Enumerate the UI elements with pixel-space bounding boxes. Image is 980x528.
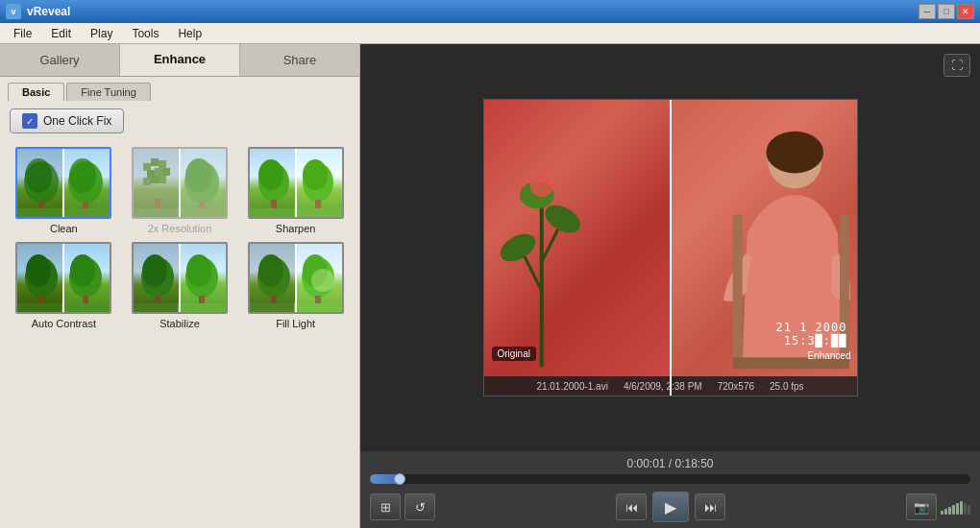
maximize-button[interactable]: □ (938, 4, 955, 19)
effect-resolution[interactable]: 2x Resolution (126, 147, 234, 234)
progress-bar[interactable] (370, 474, 970, 484)
menu-bar: File Edit Play Tools Help (0, 23, 980, 44)
tab-gallery[interactable]: Gallery (0, 44, 120, 76)
volume-bar-4 (952, 505, 955, 515)
progress-handle[interactable] (394, 473, 405, 485)
left-panel: Gallery Enhance Share Basic Fine Tuning … (0, 44, 360, 528)
effect-clean-label: Clean (50, 223, 78, 234)
layout-toggle-button[interactable]: ⊞ (370, 493, 401, 520)
effect-sharpen-label: Sharpen (276, 223, 316, 234)
fullscreen-button[interactable]: ⛶ (943, 54, 970, 77)
video-enhanced-label: Enhanced (807, 350, 850, 361)
menu-edit[interactable]: Edit (41, 25, 81, 42)
video-original-label: Original (492, 347, 536, 361)
one-click-fix-button[interactable]: ✓ One Click Fix (10, 108, 124, 133)
effect-fill-light-thumb (248, 242, 344, 314)
svg-rect-67 (732, 214, 742, 367)
tab-share[interactable]: Share (240, 44, 359, 76)
effect-fill-light[interactable]: Fill Light (241, 242, 350, 329)
effect-auto-contrast[interactable]: Auto Contrast (10, 242, 118, 329)
effect-sharpen[interactable]: Sharpen (241, 147, 350, 234)
menu-file[interactable]: File (4, 25, 41, 42)
timestamp-date: 21 1 2000 (775, 321, 846, 334)
svg-rect-3 (17, 208, 65, 219)
fullscreen-icon: ⛶ (951, 59, 963, 72)
svg-point-66 (766, 132, 823, 174)
minimize-button[interactable]: ─ (919, 4, 936, 19)
center-controls: ⏮ ▶ ⏭ (616, 492, 725, 522)
video-divider (670, 100, 672, 396)
close-button[interactable]: ✕ (957, 4, 974, 19)
video-timestamp: 21 1 2000 15:3█:██ (775, 321, 846, 348)
svg-point-55 (311, 269, 334, 292)
one-click-area: ✓ One Click Fix (0, 101, 359, 141)
svg-rect-22 (178, 208, 226, 219)
volume-bars (941, 499, 970, 515)
subtab-fine-tuning[interactable]: Fine Tuning (66, 83, 150, 101)
snapshot-button[interactable]: 📷 (906, 493, 937, 520)
next-button[interactable]: ⏭ (695, 493, 725, 520)
effect-stabilize[interactable]: Stabilize (126, 242, 234, 329)
svg-rect-9 (151, 158, 159, 166)
svg-point-5 (69, 158, 96, 193)
app-icon: v (6, 4, 21, 19)
svg-point-24 (258, 159, 283, 190)
svg-rect-46 (178, 303, 226, 314)
svg-point-48 (258, 254, 283, 287)
video-area: ⛶ (360, 44, 980, 451)
subtab-basic[interactable]: Basic (8, 83, 64, 101)
menu-play[interactable]: Play (81, 25, 122, 42)
volume-bar-3 (948, 507, 951, 515)
svg-rect-30 (294, 208, 342, 219)
controls-area: 0:00:01 / 0:18:50 ⊞ ↺ ⏮ (360, 451, 980, 528)
svg-rect-7 (61, 208, 110, 219)
svg-rect-8 (143, 163, 151, 171)
effect-clean-thumb (15, 147, 111, 219)
left-controls: ⊞ ↺ (370, 493, 435, 520)
menu-help[interactable]: Help (168, 25, 211, 42)
next-icon: ⏭ (704, 500, 717, 515)
svg-rect-10 (159, 160, 166, 168)
svg-rect-50 (250, 303, 298, 314)
effect-grid: Clean (0, 141, 359, 335)
repeat-button[interactable]: ↺ (404, 493, 435, 520)
svg-point-32 (26, 254, 51, 287)
play-icon: ▶ (665, 498, 676, 516)
svg-rect-15 (151, 176, 159, 183)
effect-auto-contrast-label: Auto Contrast (32, 318, 96, 329)
svg-rect-42 (134, 303, 182, 314)
svg-rect-26 (250, 208, 298, 219)
file-name: 21.01.2000-1.avi (536, 381, 608, 392)
effect-resolution-label: 2x Resolution (148, 223, 212, 234)
app-title: vReveal (27, 5, 70, 18)
playback-controls: ⊞ ↺ ⏮ ▶ ⏭ (370, 492, 970, 522)
effect-sharpen-thumb (248, 147, 344, 219)
effect-fill-light-label: Fill Light (276, 318, 315, 329)
volume-bar-6 (960, 501, 963, 515)
svg-point-28 (303, 159, 328, 190)
file-date: 4/6/2009, 2:38 PM (624, 381, 702, 392)
volume-bar-7 (964, 503, 967, 515)
right-controls: 📷 (906, 493, 970, 520)
svg-rect-34 (17, 303, 65, 314)
play-button[interactable]: ▶ (652, 492, 689, 522)
tab-enhance[interactable]: Enhance (120, 44, 240, 76)
timestamp-time: 15:3█:██ (775, 334, 846, 348)
volume-area (941, 499, 970, 515)
previous-icon: ⏮ (625, 500, 638, 515)
menu-tools[interactable]: Tools (122, 25, 168, 42)
effect-clean[interactable]: Clean (10, 147, 118, 234)
file-resolution: 720x576 (718, 381, 754, 392)
right-panel: ⛶ (360, 44, 980, 528)
svg-point-63 (529, 174, 552, 197)
svg-point-1 (25, 158, 52, 193)
file-fps: 25.0 fps (770, 381, 804, 392)
svg-point-36 (70, 254, 95, 287)
title-bar-left: v vReveal (6, 4, 70, 19)
previous-button[interactable]: ⏮ (616, 493, 647, 520)
layout-icon: ⊞ (380, 500, 391, 515)
time-display: 0:00:01 / 0:18:50 (370, 457, 970, 470)
effect-auto-contrast-thumb (15, 242, 111, 314)
volume-bar-2 (944, 509, 947, 515)
title-bar: v vReveal ─ □ ✕ (0, 0, 980, 23)
